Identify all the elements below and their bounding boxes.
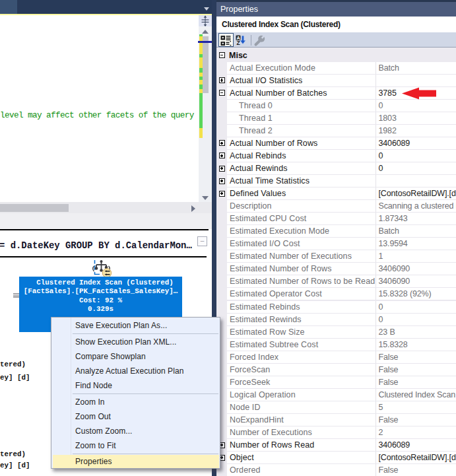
svg-text:Z: Z <box>237 40 240 46</box>
